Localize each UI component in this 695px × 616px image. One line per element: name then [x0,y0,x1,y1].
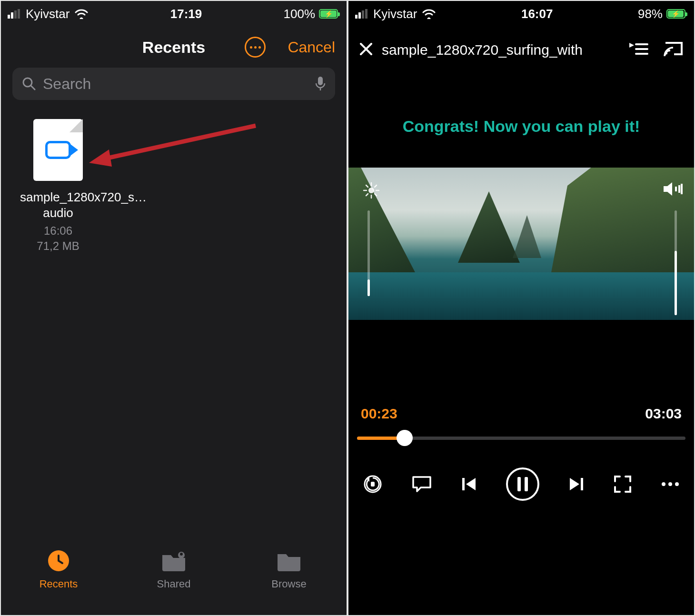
player-header: sample_1280x720_surfing_with [348,27,694,65]
svg-rect-0 [8,15,10,19]
file-name: sample_1280x720_s…audio [20,189,96,220]
files-app-screen: Kyivstar 17:19 100% ⚡ Recents Cancel Sea… [0,0,348,616]
next-button[interactable] [568,476,584,492]
tab-label: Recents [40,578,78,590]
wifi-icon [422,9,436,19]
brightness-icon[interactable] [363,182,380,201]
battery-pct: 98% [638,7,663,21]
brightness-slider[interactable] [367,210,370,296]
time-row: 00:23 03:03 [348,406,694,422]
close-button[interactable] [359,40,373,60]
tab-browse[interactable]: Browse [260,548,318,590]
shared-folder-icon [161,548,186,573]
more-options-button[interactable] [661,481,680,487]
duration: 03:03 [645,406,682,422]
carrier-label: Kyivstar [26,7,70,21]
svg-rect-28 [678,185,680,193]
svg-point-39 [675,482,679,486]
svg-marker-35 [570,478,579,490]
file-item[interactable]: sample_1280x720_s…audio 16:06 71,2 MB [20,119,96,254]
search-icon [22,77,36,91]
folder-icon [277,548,301,573]
tab-bar: Recents Shared Browse [1,539,347,615]
tab-label: Browse [271,578,306,590]
volume-slider[interactable] [675,210,677,315]
svg-rect-29 [681,184,683,194]
svg-marker-26 [664,182,672,196]
svg-rect-3 [18,9,20,19]
video-frame[interactable] [348,168,694,320]
progress-scrubber[interactable] [357,432,685,444]
svg-line-23 [375,194,377,196]
tab-recents[interactable]: Recents [30,548,87,590]
svg-rect-14 [362,10,364,19]
svg-rect-13 [358,12,361,19]
cancel-button[interactable]: Cancel [288,39,335,56]
volume-icon[interactable] [664,181,683,199]
clock-icon [46,548,71,573]
svg-point-37 [662,482,665,486]
current-time: 00:23 [361,406,397,422]
mic-icon[interactable] [315,77,326,91]
video-title: sample_1280x720_surfing_with [382,42,621,58]
pause-button[interactable] [506,467,539,501]
carrier-label: Kyivstar [373,7,417,21]
rotation-lock-button[interactable] [363,474,383,494]
files-header: Recents Cancel [1,27,347,68]
video-player-screen: Kyivstar 16:07 98% ⚡ sample_1280x720_sur… [348,0,695,616]
svg-point-17 [368,188,374,193]
svg-rect-12 [355,15,357,19]
svg-line-5 [31,86,35,89]
tab-label: Shared [157,578,191,590]
svg-point-38 [668,482,672,486]
signal-icon [355,9,368,19]
svg-rect-2 [14,10,17,19]
status-bar: Kyivstar 17:19 100% ⚡ [1,1,347,27]
search-bar[interactable]: Search [12,68,335,100]
svg-point-11 [180,553,183,556]
svg-rect-27 [675,187,677,191]
prev-button[interactable] [461,476,477,492]
signal-icon [8,9,21,19]
clock: 17:19 [170,7,202,21]
wifi-icon [74,9,89,19]
search-placeholder: Search [43,75,308,93]
more-button[interactable] [245,37,266,58]
svg-line-22 [366,185,368,187]
clock: 16:07 [521,7,553,21]
file-grid: sample_1280x720_s…audio 16:06 71,2 MB [1,100,347,273]
player-controls [348,458,694,510]
svg-line-7 [103,126,256,159]
svg-rect-1 [11,12,13,19]
battery-pct: 100% [284,7,316,21]
battery-icon: ⚡ [319,9,338,19]
subtitles-button[interactable] [411,475,432,493]
svg-rect-36 [581,478,583,490]
annotation-text: Congrats! Now you can play it! [348,117,694,136]
svg-line-24 [375,185,377,187]
battery-icon: ⚡ [666,9,685,19]
svg-rect-32 [371,482,375,487]
file-time: 16:06 [20,223,96,238]
video-file-icon [33,119,83,181]
playlist-icon[interactable] [629,41,648,59]
cast-icon[interactable] [664,41,684,59]
annotation-arrow [89,121,260,173]
svg-rect-33 [462,478,465,490]
status-bar: Kyivstar 16:07 98% ⚡ [348,1,694,27]
page-title: Recents [142,38,205,57]
svg-rect-6 [318,77,323,85]
file-size: 71,2 MB [20,238,96,254]
tab-shared[interactable]: Shared [145,548,202,590]
svg-marker-16 [629,43,634,48]
svg-rect-15 [365,9,367,19]
fullscreen-button[interactable] [613,475,632,494]
svg-line-25 [366,194,368,196]
svg-marker-34 [466,478,476,490]
